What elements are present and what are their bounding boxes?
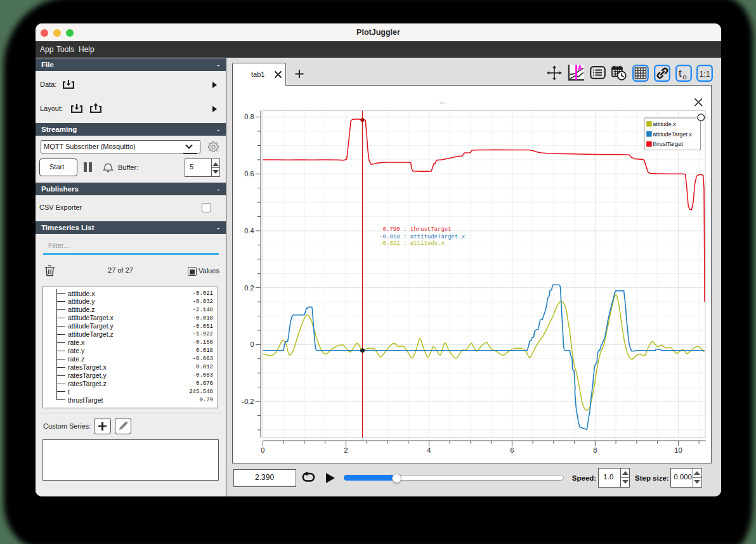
svg-text:o: o xyxy=(682,73,686,81)
svg-text:2: 2 xyxy=(344,446,348,454)
svg-text:t: t xyxy=(679,67,682,79)
svg-text:10: 10 xyxy=(674,446,682,454)
svg-text:1:1: 1:1 xyxy=(700,69,710,78)
svg-text:0: 0 xyxy=(261,446,264,454)
svg-text:thrustTarget: thrustTarget xyxy=(653,141,683,147)
svg-text:attitudeTarget.x: attitudeTarget.x xyxy=(653,131,692,138)
svg-text:0.8: 0.8 xyxy=(244,113,254,120)
svg-text:4: 4 xyxy=(427,446,431,454)
svg-text:attitude.x: attitude.x xyxy=(653,121,676,127)
svg-text:-0.021 : attitude.x: -0.021 : attitude.x xyxy=(379,240,445,247)
svg-text:0.2: 0.2 xyxy=(244,284,254,292)
svg-text:8: 8 xyxy=(593,446,597,454)
svg-text:...: ... xyxy=(440,98,445,105)
svg-text:0.4: 0.4 xyxy=(244,227,254,235)
svg-text:-0.018 : attitudeTarget.x: -0.018 : attitudeTarget.x xyxy=(379,234,465,240)
svg-text:0.790 : thrustTarget: 0.790 : thrustTarget xyxy=(383,226,452,233)
svg-text:0: 0 xyxy=(250,340,254,348)
svg-text:0.6: 0.6 xyxy=(244,170,254,178)
svg-text:6: 6 xyxy=(510,446,514,454)
svg-text:-0.2: -0.2 xyxy=(242,398,254,405)
svg-text:A: A xyxy=(578,65,583,72)
